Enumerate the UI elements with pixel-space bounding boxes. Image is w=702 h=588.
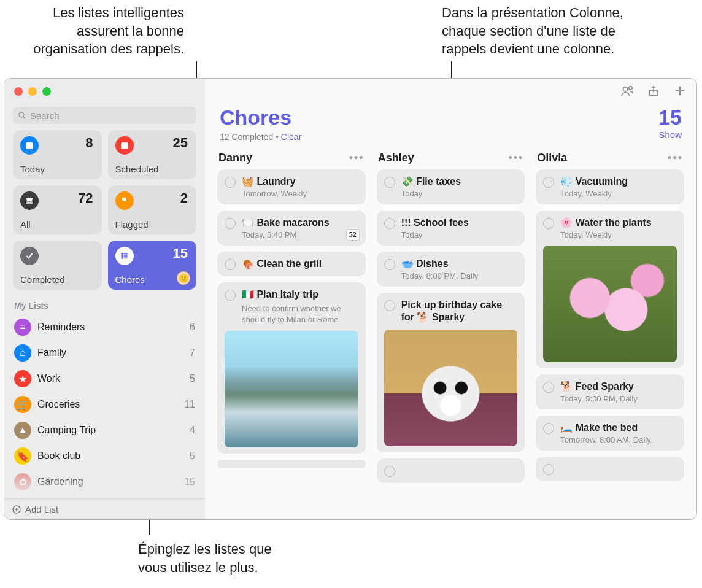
list-color-icon: ⌂ xyxy=(14,344,31,362)
open-count: 15 xyxy=(658,106,682,130)
column-title: Danny xyxy=(218,152,349,164)
list-name: Work xyxy=(37,373,190,384)
reminder-card[interactable]: 🧺 LaundryTomorrow, Weekly xyxy=(217,169,366,204)
sidebar-list-item[interactable]: ✿Gardening15 xyxy=(10,469,199,495)
reminder-card[interactable]: 🇮🇹 Plan Italy tripNeed to confirm whethe… xyxy=(217,282,366,454)
smart-card-flagged[interactable]: 2 Flagged xyxy=(108,185,197,234)
column-menu-icon[interactable]: ••• xyxy=(508,152,523,164)
complete-checkbox[interactable] xyxy=(225,259,236,270)
sidebar-list-item[interactable]: ≡Reminders6 xyxy=(10,314,199,340)
column-menu-icon[interactable]: ••• xyxy=(668,152,683,164)
reminder-card[interactable]: 🌸 Water the plantsToday, Weekly xyxy=(536,211,684,368)
close-icon[interactable] xyxy=(14,87,23,96)
column-menu-icon[interactable]: ••• xyxy=(349,152,364,164)
reminder-subtitle: Today, 5:00 PM, Daily xyxy=(560,394,677,403)
reminder-subtitle: Tomorrow, Weekly xyxy=(242,189,358,198)
reminder-image xyxy=(225,331,358,447)
main-area: Chores 12 Completed • Clear 15 Show Dann… xyxy=(205,79,696,519)
reminder-image xyxy=(384,330,518,446)
zoom-icon[interactable] xyxy=(42,87,51,96)
reminder-card[interactable]: !!! School feesToday xyxy=(377,211,525,246)
complete-checkbox[interactable] xyxy=(543,218,554,229)
smart-card-chores[interactable]: 15 Chores 🙂 xyxy=(108,241,197,290)
smart-label: Completed xyxy=(20,274,65,285)
minimize-icon[interactable] xyxy=(28,87,37,96)
complete-checkbox[interactable] xyxy=(384,466,395,477)
reminder-subtitle: Today, 8:00 PM, Daily xyxy=(401,271,518,280)
collaborate-icon[interactable] xyxy=(620,84,634,98)
callout-column-view: Dans la présentation Colonne, chaque sec… xyxy=(442,4,700,58)
reminder-card[interactable]: 💨 VacuumingToday, Weekly xyxy=(536,169,684,204)
window: Search 8 Today 25 Scheduled xyxy=(4,78,697,520)
complete-checkbox[interactable] xyxy=(543,464,554,475)
reminder-title: 🧺 Laundry xyxy=(242,176,358,188)
smart-label: Chores xyxy=(115,274,145,285)
list-count: 4 xyxy=(190,425,195,436)
list-name: Book club xyxy=(37,451,190,462)
complete-checkbox[interactable] xyxy=(384,218,395,229)
window-controls xyxy=(4,79,205,96)
add-list-label: Add List xyxy=(25,504,58,514)
complete-checkbox[interactable] xyxy=(225,177,236,188)
reminder-card[interactable]: Pick up birthday cake for 🐕 Sparky xyxy=(377,293,525,452)
complete-checkbox[interactable] xyxy=(543,177,554,188)
column-title: Olivia xyxy=(537,152,668,164)
reminder-card[interactable]: 🐕 Feed SparkyToday, 5:00 PM, Daily xyxy=(536,374,684,409)
reminder-title: 💸 File taxes xyxy=(401,176,518,188)
reminder-card[interactable]: 🥣 DishesToday, 8:00 PM, Daily xyxy=(377,252,525,287)
reminder-image xyxy=(543,246,677,362)
complete-checkbox[interactable] xyxy=(384,177,395,188)
smart-label: Scheduled xyxy=(115,164,159,174)
add-reminder-icon[interactable] xyxy=(673,84,687,98)
smart-card-today[interactable]: 8 Today xyxy=(13,130,102,179)
list-count: 5 xyxy=(190,451,195,462)
reminder-card[interactable]: 🍖 Clean the grill xyxy=(217,252,366,276)
smart-card-all[interactable]: 72 All xyxy=(13,185,102,234)
complete-checkbox[interactable] xyxy=(384,300,395,311)
complete-checkbox[interactable] xyxy=(384,259,395,270)
clear-link[interactable]: Clear xyxy=(281,132,301,142)
reminder-card[interactable]: 🛏️ Make the bedTomorrow, 8:00 AM, Daily xyxy=(536,416,684,451)
share-icon[interactable] xyxy=(647,84,660,98)
reminder-title: Pick up birthday cake for 🐕 Sparky xyxy=(401,299,518,323)
svg-point-18 xyxy=(629,87,633,90)
smart-lists-grid: 8 Today 25 Scheduled 72 All xyxy=(4,130,205,290)
smart-card-completed[interactable]: Completed xyxy=(13,241,102,290)
complete-checkbox[interactable] xyxy=(225,290,236,301)
sidebar-list-item[interactable]: 🛒Groceries11 xyxy=(10,392,199,417)
reminder-title: 🥣 Dishes xyxy=(401,258,518,270)
column: Ashley•••💸 File taxesToday!!! School fee… xyxy=(377,148,525,519)
list-color-icon: ≡ xyxy=(14,319,31,336)
callout-smart-lists: Les listes intelligentes assurent la bon… xyxy=(0,4,184,58)
new-reminder-input[interactable] xyxy=(536,457,684,481)
svg-point-8 xyxy=(122,253,123,255)
search-placeholder: Search xyxy=(30,110,60,121)
svg-point-5 xyxy=(122,145,123,147)
new-reminder-input[interactable] xyxy=(217,460,366,468)
smart-label: All xyxy=(20,219,31,230)
reminder-subtitle: Today, Weekly xyxy=(560,230,677,239)
sidebar-list-item[interactable]: ⌂Family7 xyxy=(10,340,199,366)
svg-point-12 xyxy=(122,257,123,258)
list-count: 11 xyxy=(184,399,195,410)
list-name: Family xyxy=(37,347,190,358)
columns: Danny•••🧺 LaundryTomorrow, Weekly🍽️ Bake… xyxy=(205,144,696,519)
sidebar-list-item[interactable]: 🔖Book club5 xyxy=(10,443,199,469)
add-list-button[interactable]: Add List xyxy=(4,498,205,519)
reminder-card[interactable]: 🍽️ Bake macaronsToday, 5:40 PM52 xyxy=(217,211,366,246)
reminder-title: 🐕 Feed Sparky xyxy=(560,381,677,393)
complete-checkbox[interactable] xyxy=(543,382,554,393)
sidebar-list-item[interactable]: ▲Camping Trip4 xyxy=(10,417,199,443)
sidebar-list-item[interactable]: ★Work5 xyxy=(10,366,199,392)
show-link[interactable]: Show xyxy=(658,130,682,140)
smart-label: Flagged xyxy=(115,219,148,230)
complete-checkbox[interactable] xyxy=(543,423,554,434)
search-icon xyxy=(18,111,26,120)
search-input[interactable]: Search xyxy=(13,107,196,124)
list-name: Reminders xyxy=(37,322,190,333)
reminder-card[interactable]: 💸 File taxesToday xyxy=(377,169,525,204)
new-reminder-input[interactable] xyxy=(377,458,525,483)
complete-checkbox[interactable] xyxy=(225,218,236,229)
list-icon xyxy=(115,247,134,265)
smart-card-scheduled[interactable]: 25 Scheduled xyxy=(108,130,197,179)
